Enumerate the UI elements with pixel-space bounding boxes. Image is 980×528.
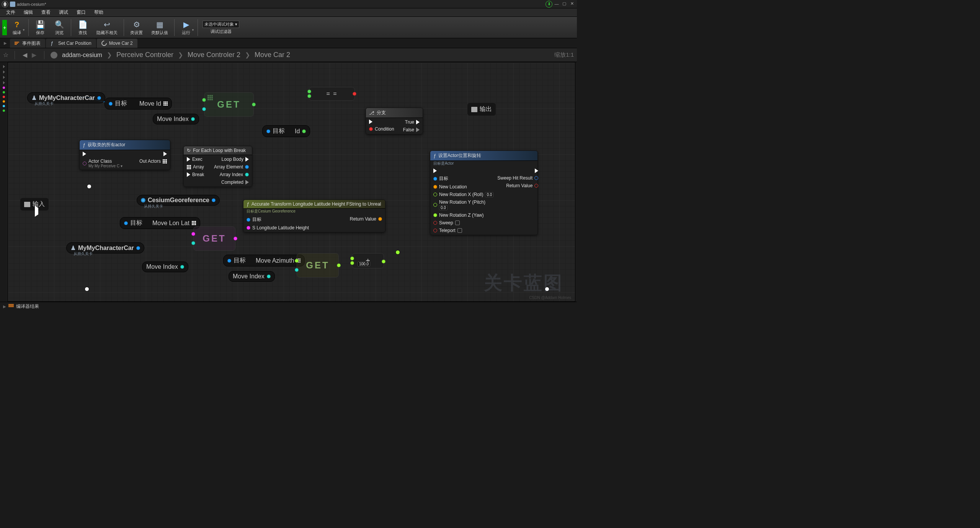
array-pin[interactable] bbox=[202, 98, 206, 102]
output-pin[interactable] bbox=[267, 275, 271, 278]
target-pin[interactable] bbox=[124, 221, 128, 225]
array-pin[interactable] bbox=[192, 221, 196, 225]
target-pin[interactable] bbox=[109, 102, 113, 106]
add-float-node[interactable]: 100.0 + bbox=[352, 253, 384, 268]
target-pin[interactable]: 目标 bbox=[433, 175, 493, 182]
target-pin[interactable]: 目标 bbox=[247, 216, 309, 223]
output-pin[interactable] bbox=[337, 263, 341, 267]
tab-set-car-position[interactable]: ƒ Set Car Position bbox=[46, 39, 96, 48]
exec-pin[interactable]: Exec bbox=[187, 157, 204, 162]
menu-window[interactable]: 窗口 bbox=[73, 8, 90, 16]
get-moveindex-node[interactable]: Move Index bbox=[153, 114, 199, 124]
loop-body-pin[interactable]: Loop Body bbox=[222, 157, 249, 162]
input-pin-b[interactable] bbox=[307, 94, 311, 98]
exec-in-pin[interactable] bbox=[369, 119, 394, 124]
tab-event-graph[interactable]: 事件图表 bbox=[10, 39, 45, 48]
reroute-node[interactable] bbox=[85, 287, 89, 291]
array-element-pin[interactable]: Array Element bbox=[214, 164, 249, 170]
teleport-pin[interactable]: Teleport bbox=[433, 228, 493, 233]
menu-debug[interactable]: 调试 bbox=[55, 8, 72, 16]
index-pin[interactable] bbox=[202, 107, 206, 111]
tab-expand-icon[interactable]: ▶ bbox=[2, 41, 9, 45]
tunnel-input-node[interactable]: 输入 bbox=[20, 198, 49, 211]
get-all-actors-node[interactable]: ƒ获取类的所有actor Actor Class My My Perceive … bbox=[79, 140, 170, 170]
rot-y-pin[interactable]: New Rotation Y (Pitch)0.0 bbox=[433, 199, 493, 210]
tab-move-car-2[interactable]: Move Car 2 bbox=[97, 39, 137, 48]
sweep-hit-pin[interactable]: Sweep Hit Result bbox=[497, 175, 538, 181]
array-get-node-3[interactable]: GET bbox=[297, 253, 339, 278]
get-id-node[interactable]: 目标 Id bbox=[262, 125, 310, 137]
menu-view[interactable]: 查看 bbox=[38, 8, 54, 16]
browse-button[interactable]: 🔍 浏览 bbox=[50, 18, 69, 36]
breadcrumb-item[interactable]: Move Car 2 bbox=[255, 51, 290, 59]
menu-edit[interactable]: 编辑 bbox=[20, 8, 37, 16]
array-pin[interactable] bbox=[191, 232, 195, 236]
array-pin[interactable]: Array bbox=[187, 164, 204, 170]
nav-back-button[interactable]: ◀ bbox=[21, 51, 29, 59]
output-pin[interactable] bbox=[97, 96, 101, 100]
close-button[interactable]: ✕ bbox=[568, 1, 575, 7]
variable-node-char1[interactable]: ♟ MyMyCharacterCar 从持久关卡 bbox=[27, 92, 105, 103]
array-index-pin[interactable]: Array Index bbox=[220, 172, 249, 177]
new-location-pin[interactable]: New Location bbox=[433, 184, 493, 190]
set-actor-location-rotation-node[interactable]: ƒ设置Actor位置和旋转 目标是Actor 目标 New Location N… bbox=[430, 150, 538, 235]
variable-node-cesium[interactable]: CesiumGeoreference 从持久关卡 bbox=[137, 195, 220, 206]
target-pin[interactable] bbox=[266, 129, 270, 133]
breadcrumb-item[interactable]: Move Controler 2 bbox=[188, 51, 240, 59]
compiler-results-tab[interactable]: ▶ 编译器结果 bbox=[0, 302, 577, 311]
find-button[interactable]: 📄 查找 bbox=[74, 18, 92, 36]
tunnel-output-node[interactable]: 输出 bbox=[467, 103, 496, 116]
array-pin[interactable] bbox=[295, 259, 299, 263]
exec-in-pin[interactable] bbox=[83, 152, 122, 156]
accurate-transform-node[interactable]: ƒAccurate Transform Longitude Latitude H… bbox=[243, 199, 385, 232]
output-pin[interactable] bbox=[302, 129, 306, 133]
maximize-button[interactable]: ▢ bbox=[561, 1, 568, 7]
reroute-node[interactable] bbox=[545, 287, 549, 291]
index-pin[interactable] bbox=[295, 268, 299, 272]
rot-z-pin[interactable]: New Rotation Z (Yaw) bbox=[433, 213, 493, 218]
out-actors-pin[interactable]: Out Actors bbox=[139, 159, 167, 164]
output-pin[interactable] bbox=[212, 198, 216, 202]
variable-node-char2[interactable]: ♟ MyMyCharacterCar 从持久关卡 bbox=[66, 242, 144, 253]
breadcrumb-item[interactable]: Perceive Controler bbox=[116, 51, 173, 59]
class-settings-button[interactable]: ⚙ 类设置 bbox=[126, 18, 147, 36]
output-pin[interactable] bbox=[353, 92, 356, 96]
debug-object-dropdown[interactable]: 未选中调试对象 ▾ bbox=[203, 21, 239, 28]
get-moveazimuth-node[interactable]: 目标 Move Azimuth bbox=[223, 255, 305, 266]
array-get-node-2[interactable]: GET bbox=[193, 226, 235, 251]
minimize-button[interactable]: — bbox=[553, 1, 560, 7]
return-value-pin[interactable]: Return Value bbox=[350, 216, 382, 222]
output-pin[interactable] bbox=[136, 246, 140, 250]
input-pin-a[interactable] bbox=[350, 257, 354, 260]
actor-class-pin[interactable]: Actor Class My My Perceive C ▾ bbox=[83, 159, 122, 168]
add-button[interactable]: + bbox=[2, 20, 7, 35]
output-pin[interactable] bbox=[382, 260, 385, 263]
foreach-node[interactable]: ↻For Each Loop with Break Exec Array Bre… bbox=[183, 146, 252, 187]
exec-out-pin[interactable] bbox=[163, 152, 167, 156]
save-button[interactable]: 💾 保存 bbox=[31, 18, 49, 36]
return-value-pin[interactable]: Return Value bbox=[506, 183, 538, 188]
target-pin[interactable] bbox=[227, 259, 231, 263]
index-pin[interactable] bbox=[191, 241, 195, 245]
equal-node[interactable]: = = bbox=[309, 87, 355, 101]
marketplace-button[interactable]: ⬇ bbox=[546, 1, 552, 8]
get-moveindex-node-3[interactable]: Move Index bbox=[229, 271, 275, 282]
array-pin[interactable] bbox=[163, 101, 168, 106]
input-pin-a[interactable] bbox=[307, 90, 311, 93]
output-pin[interactable] bbox=[180, 265, 184, 269]
output-pin[interactable] bbox=[252, 103, 256, 106]
rot-x-pin[interactable]: New Rotation X (Roll) 0.0 bbox=[433, 192, 493, 197]
completed-pin[interactable]: Completed bbox=[221, 180, 249, 185]
exec-in-pin[interactable] bbox=[433, 168, 493, 173]
run-button[interactable]: ▶ 运行 ▼ bbox=[177, 18, 195, 36]
array-get-node-1[interactable]: GET bbox=[204, 92, 254, 117]
output-pin[interactable] bbox=[191, 117, 195, 121]
exec-out-pin[interactable] bbox=[35, 208, 38, 215]
condition-pin[interactable]: Condition bbox=[369, 126, 394, 132]
output-pin[interactable] bbox=[234, 237, 237, 240]
default-value-input[interactable]: 100.0 bbox=[358, 262, 370, 266]
compile-button[interactable]: ? 编译 ▼ bbox=[8, 18, 26, 36]
blueprint-canvas[interactable]: 输入 输出 ♟ MyMyCharacterCar 从持久关卡 目标 Move I… bbox=[8, 62, 575, 302]
nav-forward-button[interactable]: ▶ bbox=[30, 51, 38, 59]
input-pin-b[interactable] bbox=[350, 261, 354, 265]
